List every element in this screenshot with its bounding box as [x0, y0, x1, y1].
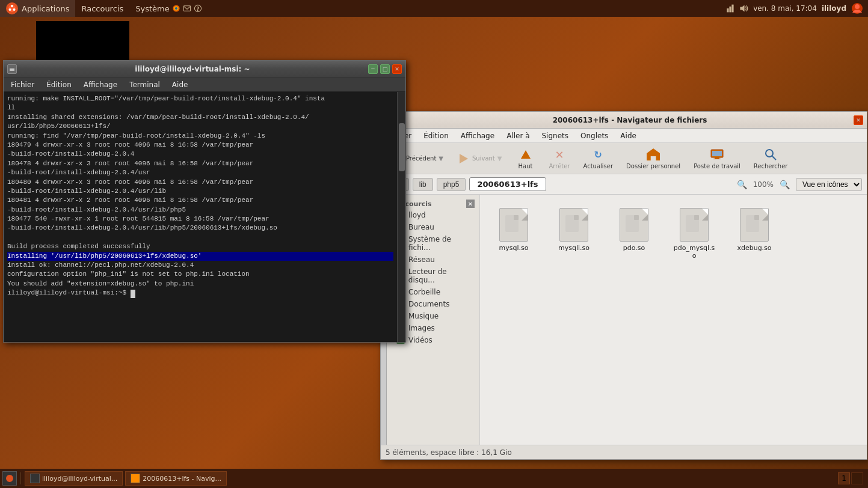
terminal-content: running: make INSTALL_ROOT="/var/tmp/pea… [4, 92, 397, 342]
zoom-out-btn[interactable]: 🔍 [733, 178, 751, 191]
stop-label: Arrêter [549, 163, 570, 169]
taskbar-fm-btn[interactable]: 20060613+lfs - Navig... [125, 471, 227, 486]
fm-close[interactable]: ✕ [854, 115, 863, 125]
applications-label: Applications [22, 4, 69, 13]
term-line-1: running: make INSTALL_ROOT="/var/tmp/pea… [7, 94, 393, 103]
svg-rect-35 [574, 215, 579, 220]
so-file-icon [565, 215, 582, 234]
svg-rect-39 [694, 215, 699, 220]
system-tray [725, 4, 748, 13]
terminal-body: running: make INSTALL_ROOT="/var/tmp/pea… [4, 92, 405, 342]
desktop: Applications Raccourcis Système ? [0, 0, 868, 488]
svg-point-1 [11, 5, 13, 7]
fm-menu-affichage[interactable]: Affichage [456, 130, 499, 141]
fm-menu-signets[interactable]: Signets [537, 130, 574, 141]
term-menu-aide[interactable]: Aide [167, 79, 193, 90]
fm-menubar: Fichier Édition Affichage Aller à Signet… [381, 129, 867, 143]
forward-icon [457, 151, 471, 166]
term-line-18: install ok: channel://pecl.php.net/xdebu… [7, 261, 393, 270]
terminal-menu-ctrl[interactable] [7, 64, 17, 74]
file-item-pdo[interactable]: pdo.so [610, 204, 658, 255]
terminal-scroll-thumb[interactable] [399, 123, 405, 171]
svg-rect-41 [754, 215, 759, 220]
term-menu-fichier[interactable]: Fichier [6, 79, 39, 90]
term-menu-edition[interactable]: Édition [42, 79, 76, 90]
x-icon: ✕ [555, 148, 564, 161]
arrow-up-icon [521, 150, 531, 159]
loc-lib[interactable]: lib [413, 178, 433, 191]
search-icon [763, 147, 778, 162]
search-svg [764, 148, 777, 161]
term-line-5: running: find "/var/tmp/pear-build-root/… [7, 132, 393, 141]
fm-desktop-btn[interactable]: Poste de travail [689, 145, 745, 172]
svg-rect-33 [514, 215, 519, 220]
fm-menu-edition[interactable]: Édition [419, 130, 454, 141]
taskbar-logo [2, 471, 17, 486]
zoom-controls: 🔍 100% 🔍 Vue en icônes Vue en liste [733, 178, 862, 191]
fm-up-btn[interactable]: Haut [511, 145, 541, 172]
refresh-icon: ↻ [591, 147, 605, 162]
term-line-11: -build-root/install-xdebug-2.0.4/usr/lib [7, 187, 393, 196]
shortcuts-label: Raccourcis [81, 4, 123, 13]
svg-point-6 [175, 7, 177, 10]
sidebar-item-label: Images [408, 324, 435, 332]
term-line-16 [7, 233, 393, 242]
svg-point-42 [6, 475, 13, 482]
sidebar-item-label: Documents [408, 300, 449, 308]
view-mode-select[interactable]: Vue en icônes Vue en liste [796, 178, 862, 191]
svg-rect-20 [715, 157, 719, 159]
workspace-1[interactable]: 1 [838, 472, 850, 484]
fm-titlebar[interactable]: ─ □ 20060613+lfs - Navigateur de fichier… [381, 112, 867, 129]
file-label-pdo: pdo.so [623, 244, 645, 252]
taskbar-terminal-btn[interactable]: ililoyd@ililoyd-virtual... [25, 471, 123, 486]
forward-dropdown-arrow[interactable]: ▼ [497, 155, 502, 162]
taskbar-ubuntu-icon [5, 474, 14, 483]
fm-home-btn[interactable]: Dossier personnel [621, 145, 685, 172]
sidebar-item-label: Système de fichi... [408, 235, 475, 252]
sidebar-collapse-btn[interactable]: ✕ [466, 200, 475, 208]
fm-menu-onglets[interactable]: Onglets [576, 130, 613, 141]
file-item-pdo-mysql[interactable]: pdo_mysql.so [670, 204, 718, 263]
fm-menu-allera[interactable]: Aller à [502, 130, 534, 141]
svg-text:?: ? [196, 6, 199, 12]
back-dropdown-arrow[interactable]: ▼ [439, 155, 443, 162]
terminal-window: ililoyd@ililoyd-virtual-msi: ~ ─ □ ✕ Fic… [3, 60, 406, 343]
applications-menu[interactable]: Applications [0, 0, 75, 17]
file-item-mysql[interactable]: mysql.so [490, 204, 538, 255]
fm-stop-btn[interactable]: ✕ Arrêter [544, 145, 575, 172]
file-item-xdebug[interactable]: xdebug.so [730, 204, 778, 255]
file-icon-xdebug [740, 208, 769, 242]
workspace-2[interactable] [851, 472, 863, 484]
home-icon [646, 147, 660, 162]
volume-icon [739, 4, 748, 13]
terminal-maximize[interactable]: □ [380, 64, 390, 74]
svg-rect-15 [10, 68, 14, 69]
so-file-icon [686, 215, 703, 234]
fm-menu-aide[interactable]: Aide [615, 130, 641, 141]
zoom-in-btn[interactable]: 🔍 [776, 178, 793, 191]
monitor-icon [710, 149, 724, 160]
file-icon-pdo-mysql [680, 208, 709, 242]
term-menu-affichage[interactable]: Affichage [79, 79, 122, 90]
terminal-close[interactable]: ✕ [392, 64, 402, 74]
loc-active: 20060613+lfs [469, 177, 546, 191]
fm-forward-btn[interactable]: Suivant ▼ [452, 149, 506, 168]
svg-rect-11 [730, 7, 731, 13]
system-menu[interactable]: Système ? [129, 2, 208, 16]
terminal-scrollbar[interactable] [397, 92, 405, 342]
file-item-mysqli[interactable]: mysqli.so [550, 204, 598, 255]
fm-statusbar: 5 éléments, espace libre : 16,1 Gio [381, 445, 867, 459]
term-line-20: You should add "extension=xdebug.so" to … [7, 279, 393, 288]
term-menu-terminal[interactable]: Terminal [125, 79, 165, 90]
shortcuts-menu[interactable]: Raccourcis [75, 2, 129, 16]
fm-refresh-btn[interactable]: ↻ Actualiser [579, 145, 618, 172]
term-line-12: 180481 4 drwxr-xr-x 2 root root 4096 mai… [7, 196, 393, 205]
term-line-2: ll [7, 103, 393, 112]
loc-php5[interactable]: php5 [437, 178, 466, 191]
terminal-titlebar[interactable]: ililoyd@ililoyd-virtual-msi: ~ ─ □ ✕ [4, 61, 405, 78]
terminal-minimize[interactable]: ─ [368, 64, 378, 74]
svg-rect-21 [713, 159, 721, 159]
sidebar-item-label: Vidéos [408, 336, 432, 344]
fm-search-btn[interactable]: Rechercher [749, 145, 793, 172]
sidebar-item-label: Lecteur de disqu... [408, 267, 475, 284]
